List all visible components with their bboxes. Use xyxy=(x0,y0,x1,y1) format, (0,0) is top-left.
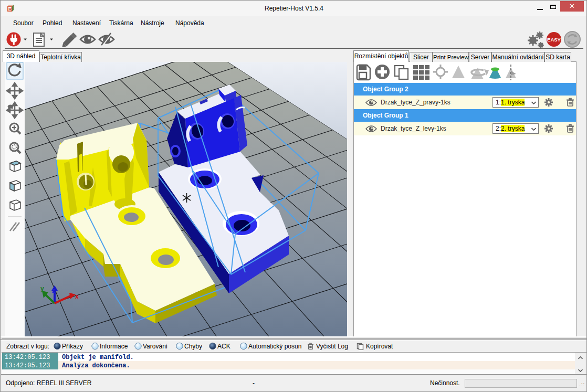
svg-text:x: x xyxy=(75,293,79,300)
svg-text:z: z xyxy=(52,287,55,294)
svg-text:y: y xyxy=(40,285,44,292)
svg-text:EASY: EASY xyxy=(547,37,561,43)
